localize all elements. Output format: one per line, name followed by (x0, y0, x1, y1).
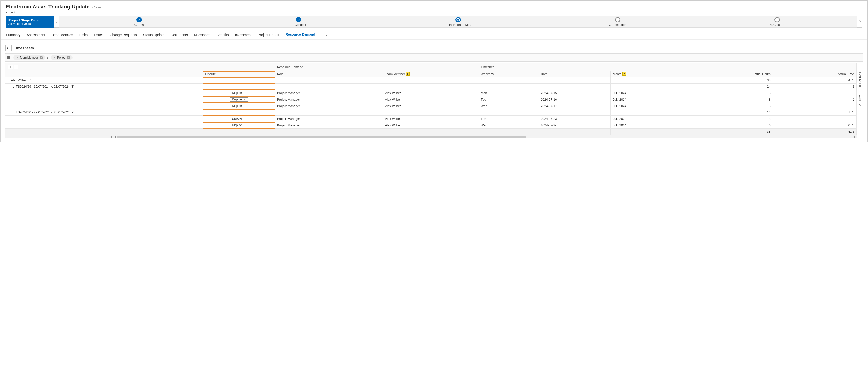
svg-rect-4 (7, 58, 8, 59)
cell (275, 83, 383, 90)
row-tree-cell (5, 115, 203, 122)
group-by-bar: Team Member ✕ ▸ Period ✕ (5, 54, 863, 62)
group-row[interactable]: ⌄ Alex Wilber (5)384.75 (5, 77, 857, 83)
month-cell: Jul / 2024 (611, 122, 683, 129)
timesheets-table: + − Resource Demand Timesheet Dispute (5, 63, 857, 135)
svg-point-6 (16, 57, 17, 57)
arrow-right-icon: → (243, 92, 246, 94)
chevron-down-icon[interactable]: ⌄ (7, 78, 10, 82)
dispute-button-label: Dispute (232, 117, 242, 120)
side-tab-label: Columns (858, 72, 862, 83)
filter-active-icon[interactable] (406, 72, 410, 76)
weekday-column-header[interactable]: Weekday (479, 71, 539, 77)
row-tree-cell (5, 96, 203, 103)
svg-rect-20 (860, 85, 861, 87)
stage-prev-button[interactable] (54, 16, 59, 28)
tab-overflow-button[interactable]: ··· (321, 33, 329, 38)
actual-days-column-header[interactable]: Actual Days (773, 71, 857, 77)
group-chip-team-member[interactable]: Team Member ✕ (13, 55, 45, 60)
cell (611, 83, 683, 90)
dispute-cell (203, 109, 275, 115)
dispute-button[interactable]: Dispute→ (230, 104, 248, 108)
table-row[interactable]: Dispute→Project ManagerAlex WilberWed202… (5, 103, 857, 109)
row-tree-cell (5, 103, 203, 109)
month-column-header[interactable]: Month (611, 71, 683, 77)
horizontal-scrollbar-right[interactable]: ◂ ▸ (114, 135, 857, 138)
svg-point-9 (16, 57, 17, 58)
table-row[interactable]: Dispute→Project ManagerAlex WilberTue202… (5, 115, 857, 122)
remove-chip-icon[interactable]: ✕ (39, 56, 43, 59)
group-settings-icon[interactable] (7, 56, 11, 59)
side-tab-label: Filters (858, 95, 862, 103)
entity-type-label: Project (5, 10, 863, 14)
date-cell: 2024-07-16 (539, 96, 611, 103)
dispute-button[interactable]: Dispute→ (230, 116, 248, 121)
filters-panel-toggle[interactable]: Filters (858, 95, 862, 106)
dispute-button[interactable]: Dispute→ (230, 91, 248, 95)
dispute-column-header[interactable]: Dispute (203, 71, 275, 77)
dispute-super-header (203, 63, 275, 71)
row-tree-cell (5, 122, 203, 129)
group-label[interactable]: ⌄ Alex Wilber (5) (5, 77, 203, 83)
chevron-down-icon[interactable]: ⌄ (12, 85, 15, 89)
subgroup-row[interactable]: ⌄ TS2024/29 - 15/07/2024 to 21/07/2024 (… (5, 83, 857, 90)
subgroup-row[interactable]: ⌄ TS2024/30 - 22/07/2024 to 28/07/2024 (… (5, 109, 857, 115)
tab-documents[interactable]: Documents (170, 32, 188, 39)
stage-1[interactable]: 1. Concept (219, 17, 378, 27)
saved-indicator: - Saved (92, 5, 102, 9)
member-cell: Alex Wilber (383, 115, 479, 122)
subgroup-hours: 24 (683, 83, 773, 90)
subgroup-label[interactable]: ⌄ TS2024/30 - 22/07/2024 to 28/07/2024 (… (5, 109, 203, 115)
stage-2[interactable]: 2. Initiation (8 Mo) (378, 17, 538, 27)
dispute-button[interactable]: Dispute→ (230, 123, 248, 127)
remove-chip-icon[interactable]: ✕ (67, 56, 70, 59)
expand-collapse-header: + − (5, 63, 203, 71)
tab-resource-demand[interactable]: Resource Demand (285, 31, 316, 39)
tab-summary[interactable]: Summary (5, 32, 21, 39)
tab-dependencies[interactable]: Dependencies (51, 32, 73, 39)
member-cell: Alex Wilber (383, 96, 479, 103)
stage-circle-icon (296, 17, 301, 23)
dispute-button[interactable]: Dispute→ (230, 97, 248, 102)
group-chip-period[interactable]: Period ✕ (51, 55, 73, 60)
month-cell: Jul / 2024 (611, 96, 683, 103)
tab-investment[interactable]: Investment (235, 32, 252, 39)
actual-hours-column-header[interactable]: Actual Hours (683, 71, 773, 77)
tab-status-update[interactable]: Status Update (143, 32, 165, 39)
cell (479, 109, 539, 115)
filter-active-icon[interactable] (622, 72, 626, 76)
tab-project-report[interactable]: Project Report (257, 32, 280, 39)
cell (383, 77, 479, 83)
tab-assessment[interactable]: Assessment (26, 32, 45, 39)
stage-0[interactable]: 0. Idea (59, 17, 219, 27)
stage-4[interactable]: 4. Closure (697, 17, 857, 27)
stage-gate-title: Project Stage Gate (8, 18, 51, 22)
tree-column-header[interactable] (5, 71, 203, 77)
expand-all-button[interactable]: + (8, 65, 13, 69)
columns-panel-toggle[interactable]: Columns (858, 72, 862, 88)
hours-cell: 8 (683, 96, 773, 103)
tab-change-requests[interactable]: Change Requests (109, 32, 137, 39)
hours-cell: 6 (683, 122, 773, 129)
table-row[interactable]: Dispute→Project ManagerAlex WilberMon202… (5, 90, 857, 96)
collapse-all-button[interactable]: − (13, 65, 18, 69)
table-row[interactable]: Dispute→Project ManagerAlex WilberTue202… (5, 96, 857, 103)
role-column-header[interactable]: Role (275, 71, 383, 77)
stage-circle-icon (136, 17, 142, 23)
tab-issues[interactable]: Issues (93, 32, 104, 39)
subgroup-label[interactable]: ⌄ TS2024/29 - 15/07/2024 to 21/07/2024 (… (5, 83, 203, 90)
tab-risks[interactable]: Risks (79, 32, 88, 39)
tab-benefits[interactable]: Benefits (216, 32, 229, 39)
chevron-down-icon[interactable]: ⌄ (12, 110, 15, 114)
stage-circle-icon (615, 17, 620, 23)
date-column-header[interactable]: Date ↑ (539, 71, 611, 77)
team-member-column-header[interactable]: Team Member (383, 71, 479, 77)
svg-point-12 (54, 57, 54, 57)
stage-next-button[interactable] (857, 16, 863, 28)
table-row[interactable]: Dispute→Project ManagerAlex WilberWed202… (5, 122, 857, 129)
tab-milestones[interactable]: Milestones (194, 32, 211, 39)
columns-icon (859, 84, 862, 88)
back-button[interactable] (5, 45, 11, 51)
horizontal-scrollbar-left[interactable]: ◂ ▸ (5, 135, 114, 138)
stage-3[interactable]: 3. Execution (538, 17, 698, 27)
